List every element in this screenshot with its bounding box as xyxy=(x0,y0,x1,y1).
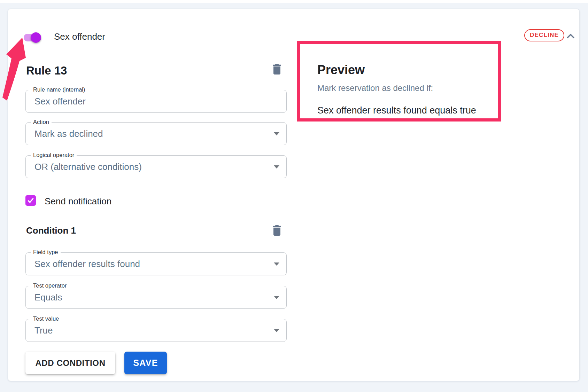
preview-highlight-box xyxy=(297,41,501,121)
field-value: True xyxy=(34,319,53,342)
field-type-select[interactable]: Field type Sex offender results found xyxy=(25,252,287,275)
trash-icon xyxy=(270,224,284,237)
send-notification-label: Send notification xyxy=(45,196,111,207)
page-top-strip xyxy=(0,0,588,3)
toggle-thumb xyxy=(31,32,41,43)
field-value: OR (alternative conditions) xyxy=(34,156,142,178)
save-button[interactable]: SAVE xyxy=(124,352,167,374)
logical-operator-select[interactable]: Logical operator OR (alternative conditi… xyxy=(25,155,287,178)
field-value: Sex offender results found xyxy=(34,253,140,275)
test-value-select[interactable]: Test value True xyxy=(25,319,287,342)
chevron-down-icon xyxy=(274,329,279,332)
condition-heading: Condition 1 xyxy=(26,225,76,236)
chevron-down-icon xyxy=(274,262,279,266)
action-select[interactable]: Action Mark as declined xyxy=(25,122,287,145)
collapse-button[interactable] xyxy=(563,29,578,44)
field-value: Sex offender xyxy=(34,90,86,112)
rule-enabled-toggle[interactable] xyxy=(24,31,42,45)
delete-condition-button[interactable] xyxy=(269,223,285,238)
field-value: Equals xyxy=(34,286,62,308)
delete-rule-button[interactable] xyxy=(269,62,285,77)
chevron-up-icon xyxy=(563,29,578,44)
trash-icon xyxy=(270,62,284,76)
test-operator-select[interactable]: Test operator Equals xyxy=(25,286,287,309)
field-value: Mark as declined xyxy=(34,123,103,145)
rule-name-input[interactable]: Rule name (internal) Sex offender xyxy=(25,90,287,113)
rule-card-title: Sex offender xyxy=(54,31,105,42)
chevron-down-icon xyxy=(274,132,279,135)
rule-heading: Rule 13 xyxy=(26,64,67,77)
add-condition-button[interactable]: ADD CONDITION xyxy=(25,352,115,374)
checkmark-icon xyxy=(27,197,34,204)
chevron-down-icon xyxy=(274,296,279,299)
send-notification-checkbox[interactable] xyxy=(25,195,36,206)
status-badge-decline: DECLINE xyxy=(524,29,564,41)
chevron-down-icon xyxy=(274,165,279,168)
